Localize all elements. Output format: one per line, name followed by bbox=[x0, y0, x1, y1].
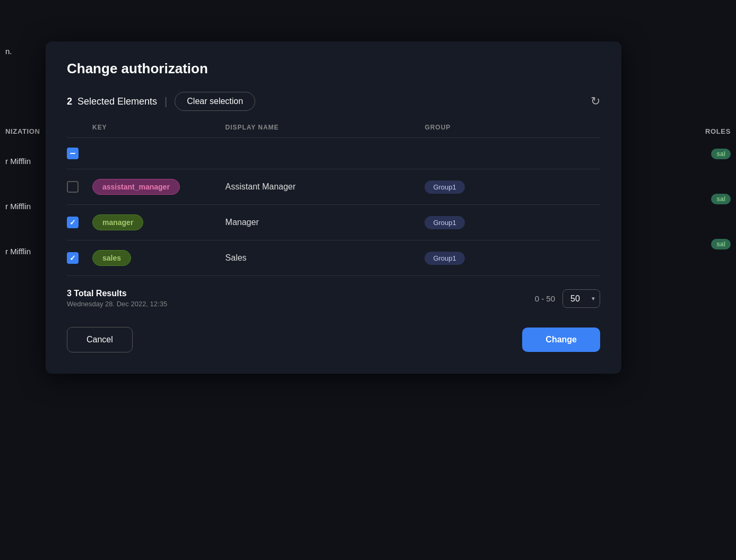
col-displayname-header: DISPLAY NAME bbox=[226, 124, 425, 131]
row1-key-cell: assistant_manager bbox=[92, 179, 226, 195]
cancel-button[interactable]: Cancel bbox=[67, 327, 133, 352]
total-results-text: 3 Total Results bbox=[67, 289, 167, 298]
table-header-row bbox=[67, 138, 600, 169]
row1-key-badge: assistant_manager bbox=[92, 179, 180, 195]
bg-org-label: n. bbox=[5, 47, 12, 56]
clear-selection-button[interactable]: Clear selection bbox=[175, 92, 255, 111]
row2-group-badge: Group1 bbox=[425, 216, 464, 229]
row1-display-name: Assistant Manager bbox=[226, 182, 425, 192]
col-group-header: GROUP bbox=[425, 124, 558, 131]
row3-key-cell: sales bbox=[92, 250, 226, 266]
row3-group-cell: Group1 bbox=[425, 252, 558, 265]
row1-group-cell: Group1 bbox=[425, 180, 558, 194]
pagination-section: 0 - 50 10 25 50 100 bbox=[535, 289, 600, 308]
selection-count: 2 bbox=[67, 96, 72, 107]
selection-separator: | bbox=[164, 96, 167, 108]
row2-checkbox[interactable] bbox=[67, 217, 79, 228]
row2-group-cell: Group1 bbox=[425, 216, 558, 229]
row3-checkbox[interactable] bbox=[67, 252, 79, 264]
bg-row3: r Mifflin bbox=[5, 247, 31, 256]
row3-checkbox-cell bbox=[67, 252, 92, 264]
col-extra-header bbox=[558, 124, 600, 131]
selection-label: Selected Elements bbox=[77, 96, 157, 107]
bg-roles-label: ROLES bbox=[705, 127, 731, 135]
table-footer: 3 Total Results Wednesday 28. Dec 2022, … bbox=[67, 289, 600, 308]
select-all-checkbox[interactable] bbox=[67, 148, 79, 159]
action-buttons: Cancel Change bbox=[67, 327, 600, 352]
total-results-section: 3 Total Results Wednesday 28. Dec 2022, … bbox=[67, 289, 167, 308]
change-button[interactable]: Change bbox=[522, 328, 600, 352]
total-results-date: Wednesday 28. Dec 2022, 12:35 bbox=[67, 300, 167, 308]
col-checkbox-header bbox=[67, 124, 92, 131]
row2-key-badge: manager bbox=[92, 214, 143, 230]
row2-key-cell: manager bbox=[92, 214, 226, 230]
roles-table: KEY DISPLAY NAME GROUP assistant_manager… bbox=[67, 124, 600, 276]
selection-bar: 2 Selected Elements | Clear selection ↻ bbox=[67, 92, 600, 111]
row3-display-name: Sales bbox=[226, 253, 425, 263]
table-row: sales Sales Group1 bbox=[67, 240, 600, 276]
modal-title: Change authorization bbox=[67, 61, 600, 77]
bg-badge-2: sal bbox=[711, 194, 731, 204]
refresh-button[interactable]: ↻ bbox=[591, 96, 600, 107]
bg-badge-3: sal bbox=[711, 239, 731, 249]
bg-row1: r Mifflin bbox=[5, 157, 31, 166]
row1-checkbox-cell bbox=[67, 181, 92, 193]
page-range-text: 0 - 50 bbox=[535, 294, 555, 303]
row2-checkbox-cell bbox=[67, 217, 92, 228]
bg-badge-1: sal bbox=[711, 149, 731, 159]
change-authorization-modal: Change authorization 2 Selected Elements… bbox=[46, 41, 621, 374]
page-size-wrapper: 10 25 50 100 bbox=[562, 289, 600, 308]
page-size-select[interactable]: 10 25 50 100 bbox=[562, 289, 600, 308]
table-header: KEY DISPLAY NAME GROUP bbox=[67, 124, 600, 138]
col-key-header: KEY bbox=[92, 124, 226, 131]
table-row: manager Manager Group1 bbox=[67, 205, 600, 240]
header-checkbox-cell bbox=[67, 148, 92, 159]
table-row: assistant_manager Assistant Manager Grou… bbox=[67, 169, 600, 205]
row1-group-badge: Group1 bbox=[425, 180, 464, 194]
row2-display-name: Manager bbox=[226, 218, 425, 227]
row3-group-badge: Group1 bbox=[425, 252, 464, 265]
row3-key-badge: sales bbox=[92, 250, 131, 266]
bg-row2: r Mifflin bbox=[5, 202, 31, 211]
bg-nization-label: NIZATION bbox=[5, 127, 40, 135]
row1-checkbox[interactable] bbox=[67, 181, 79, 193]
